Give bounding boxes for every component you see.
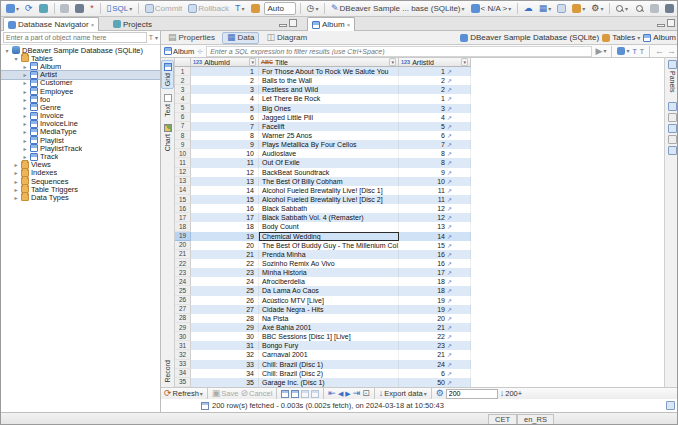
cell-albumid[interactable]: 32: [191, 350, 259, 359]
table-row[interactable]: 1717Black Sabbath Vol. 4 (Remaster)12↗: [175, 213, 664, 222]
table-row[interactable]: 3030BBC Sessions [Disc 1] [Live]22↗: [175, 332, 664, 341]
cell-artistid[interactable]: 18↗: [399, 277, 471, 286]
table-row[interactable]: 1919Chemical Wedding14↗: [175, 232, 664, 241]
row-number-cell[interactable]: 20: [175, 241, 191, 250]
row-number-cell[interactable]: 26: [175, 296, 191, 305]
expander-icon[interactable]: ▾: [4, 47, 10, 54]
tab-projects[interactable]: Projects: [109, 17, 156, 31]
cell-albumid[interactable]: 11: [191, 158, 259, 167]
cell-artistid[interactable]: 21↗: [399, 323, 471, 332]
expander-icon[interactable]: ▸: [13, 178, 19, 185]
cell-artistid[interactable]: 8↗: [399, 158, 471, 167]
cell-albumid[interactable]: 19: [191, 232, 259, 241]
edit-row-icon[interactable]: [281, 390, 289, 398]
foreign-key-link-icon[interactable]: ↗: [447, 95, 452, 102]
quick-search-button[interactable]: ▾: [614, 2, 630, 15]
cell-albumid[interactable]: 27: [191, 305, 259, 314]
table-row[interactable]: 3232Carnaval 200121↗: [175, 350, 664, 359]
cell-title[interactable]: Black Sabbath Vol. 4 (Remaster): [259, 213, 399, 222]
references-panel-icon[interactable]: [668, 135, 677, 144]
cell-albumid[interactable]: 8: [191, 131, 259, 140]
row-number-cell[interactable]: 7: [175, 122, 191, 131]
add-filter-icon[interactable]: T: [632, 47, 636, 56]
cancel-button[interactable]: ⊘Cancel: [240, 389, 272, 398]
cell-title[interactable]: For Those About To Rock We Salute You: [259, 67, 399, 76]
row-number-cell[interactable]: 15: [175, 195, 191, 204]
foreign-key-link-icon[interactable]: ↗: [447, 178, 452, 185]
foreign-key-link-icon[interactable]: ↗: [447, 187, 452, 194]
breadcrumb-tables[interactable]: Tables ▾: [602, 33, 640, 42]
expander-icon[interactable]: ▸: [13, 169, 19, 176]
cell-artistid[interactable]: 19↗: [399, 296, 471, 305]
row-number-cell[interactable]: 25: [175, 286, 191, 295]
expander-icon[interactable]: ▸: [22, 104, 28, 111]
table-row[interactable]: 55Big Ones3↗: [175, 104, 664, 113]
fetch-settings-gear-icon[interactable]: ⚙: [436, 389, 444, 398]
dropdown-icon[interactable]: ▾: [582, 6, 585, 12]
rollback-button[interactable]: Rollback: [186, 2, 231, 15]
tree-item-foo[interactable]: ▸foo: [1, 95, 160, 103]
row-number-cell[interactable]: 27: [175, 305, 191, 314]
row-number-cell[interactable]: 19: [175, 232, 191, 241]
cell-artistid[interactable]: 17↗: [399, 268, 471, 277]
table-row[interactable]: 1515Alcohol Fueled Brewtality Live! [Dis…: [175, 195, 664, 204]
commit-button[interactable]: Commit: [143, 2, 185, 15]
table-row[interactable]: 1414Alcohol Fueled Brewtality Live! [Dis…: [175, 186, 664, 195]
cell-artistid[interactable]: 20↗: [399, 314, 471, 323]
commit-mode-combo[interactable]: Auto: [264, 2, 297, 15]
cell-albumid[interactable]: 33: [191, 360, 259, 369]
row-number-cell[interactable]: 11: [175, 158, 191, 167]
locale-indicator[interactable]: en_RS: [517, 414, 554, 425]
presentation-tab-text[interactable]: Text: [161, 92, 174, 119]
cell-title[interactable]: Jagged Little Pill: [259, 113, 399, 122]
row-number-cell[interactable]: 24: [175, 277, 191, 286]
row-number-cell[interactable]: 3: [175, 85, 191, 94]
navigator-filter-input[interactable]: [3, 32, 147, 43]
cell-artistid[interactable]: 23↗: [399, 341, 471, 350]
foreign-key-link-icon[interactable]: ↗: [447, 251, 452, 258]
row-number-cell[interactable]: 1: [175, 67, 191, 76]
row-number-cell[interactable]: 17: [175, 213, 191, 222]
cell-albumid[interactable]: 9: [191, 140, 259, 149]
row-number-cell[interactable]: 31: [175, 341, 191, 350]
cell-artistid[interactable]: 12↗: [399, 213, 471, 222]
fetch-next-page-button[interactable]: ↓200+: [500, 389, 522, 398]
table-row[interactable]: 1818Body Count13↗: [175, 222, 664, 231]
table-row[interactable]: 3333Chill: Brazil (Disc 1)24↗: [175, 360, 664, 369]
cell-artistid[interactable]: 16↗: [399, 250, 471, 259]
expander-icon[interactable]: ▸: [22, 71, 28, 78]
tab-diagram[interactable]: ◫ Diagram: [262, 32, 311, 44]
tab-album-editor[interactable]: Album ×: [307, 17, 355, 31]
foreign-key-link-icon[interactable]: ↗: [447, 297, 452, 304]
cell-title[interactable]: Na Pista: [259, 314, 399, 323]
cell-artistid[interactable]: 2↗: [399, 85, 471, 94]
foreign-key-link-icon[interactable]: ↗: [447, 379, 452, 386]
foreign-key-link-icon[interactable]: ↗: [447, 361, 452, 368]
cell-albumid[interactable]: 1: [191, 67, 259, 76]
foreign-key-link-icon[interactable]: ↗: [447, 333, 452, 340]
expander-icon[interactable]: ▸: [22, 88, 28, 95]
duplicate-row-icon[interactable]: [301, 390, 309, 398]
presentation-tab-chart[interactable]: Chart: [161, 122, 174, 153]
cell-artistid[interactable]: 18↗: [399, 286, 471, 295]
cell-artistid[interactable]: 5↗: [399, 122, 471, 131]
transaction-log-button[interactable]: ◷▾: [305, 2, 321, 15]
foreign-key-link-icon[interactable]: ↗: [447, 132, 452, 139]
cell-title[interactable]: Big Ones: [259, 104, 399, 113]
table-row[interactable]: 3434Chill: Brazil (Disc 2)6↗: [175, 369, 664, 378]
cell-title[interactable]: Restless and Wild: [259, 85, 399, 94]
cell-artistid[interactable]: 2↗: [399, 76, 471, 85]
expander-icon[interactable]: ▸: [22, 96, 28, 103]
reconnect-button[interactable]: ⟳: [23, 2, 35, 15]
tab-properties[interactable]: ▤ Properties: [164, 32, 219, 44]
expander-icon[interactable]: ▸: [22, 79, 28, 86]
expander-icon[interactable]: ▸: [22, 137, 28, 144]
aggregate-panel-icon[interactable]: [668, 113, 677, 122]
foreign-key-link-icon[interactable]: ↗: [447, 306, 452, 313]
row-number-cell[interactable]: 30: [175, 332, 191, 341]
delete-row-icon[interactable]: [311, 390, 319, 398]
refresh-button[interactable]: ⟳Refresh▾: [164, 389, 203, 398]
foreign-key-link-icon[interactable]: ↗: [447, 242, 452, 249]
dropdown-icon[interactable]: ▾: [625, 6, 628, 12]
cell-albumid[interactable]: 21: [191, 250, 259, 259]
